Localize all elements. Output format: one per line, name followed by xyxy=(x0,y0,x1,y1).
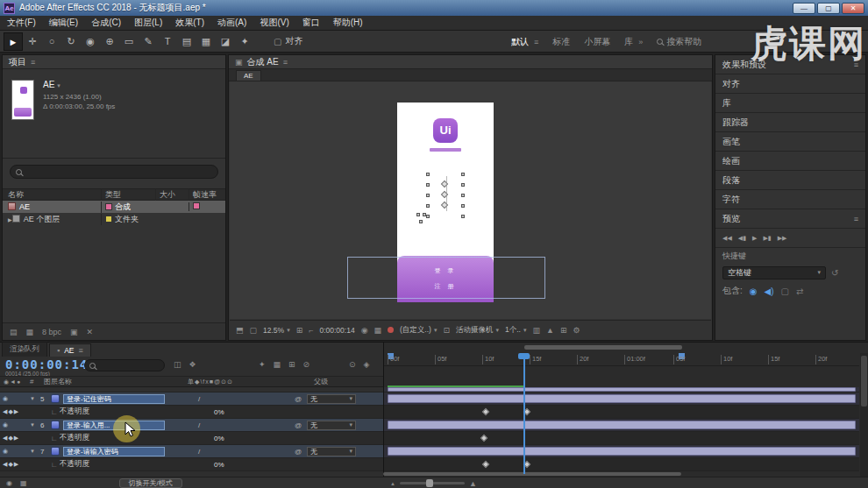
opacity-value[interactable]: 0% xyxy=(214,435,224,442)
column-framerate[interactable]: 帧速率 xyxy=(189,189,225,201)
last-frame-icon[interactable]: ▶▶ xyxy=(778,235,787,242)
layer-duration-bar[interactable] xyxy=(388,394,856,403)
pan-behind-tool-icon[interactable]: ⊕ xyxy=(100,32,119,51)
timeline-search-input[interactable] xyxy=(84,359,165,371)
layer-duration-bar[interactable] xyxy=(388,447,856,456)
transform-handle[interactable] xyxy=(426,215,430,218)
frame-blend-icon[interactable]: ✦ xyxy=(259,360,266,369)
help-search[interactable]: 搜索帮助 xyxy=(657,36,701,48)
keyframe-diamond[interactable] xyxy=(482,408,489,415)
opacity-value[interactable]: 0% xyxy=(214,408,224,416)
puppet-tool-icon[interactable]: ✦ xyxy=(235,32,254,51)
delete-icon[interactable]: ✕ xyxy=(87,328,94,336)
render-queue-tab[interactable]: 渲染队列 xyxy=(2,342,47,357)
close-button[interactable]: ✕ xyxy=(842,3,864,14)
composition-panel-tab[interactable]: ▣ 合成 AE ≡ xyxy=(229,55,712,69)
grid-options-icon[interactable]: ⊞ xyxy=(296,326,303,335)
zoom-out-icon[interactable]: ▲ xyxy=(390,481,395,486)
transform-handle[interactable] xyxy=(461,183,465,187)
horizontal-scroll-thumb[interactable] xyxy=(524,345,682,350)
menu-item-animation[interactable]: 动画(A) xyxy=(217,17,246,29)
workspace-tab-default[interactable]: 默认 xyxy=(511,36,529,48)
panel-tab-preview[interactable]: 预览 ≡ xyxy=(715,209,865,229)
next-frame-icon[interactable]: ▶▮ xyxy=(763,235,771,242)
playhead-line[interactable] xyxy=(523,353,525,474)
current-time-display[interactable]: 0:00:00:14 xyxy=(5,357,88,371)
magnification-icon[interactable]: ▢ xyxy=(250,326,258,335)
transform-handle[interactable] xyxy=(419,220,423,223)
timeline-comp-tab[interactable]: ▪ AE ≡ xyxy=(49,343,91,357)
property-row-opacity[interactable]: ◀◆▶ ∟ 不透明度 0% xyxy=(0,458,383,471)
overlays-include-icon[interactable]: ▢ xyxy=(781,286,789,296)
column-name[interactable]: 名称 xyxy=(3,189,101,201)
workspace-menu-icon[interactable]: ≡ xyxy=(534,38,538,46)
more-workspaces-icon[interactable]: » xyxy=(638,38,643,46)
panel-menu-icon[interactable]: ≡ xyxy=(854,215,858,223)
parent-dropdown[interactable]: 无▾ xyxy=(307,447,356,456)
expand-layers-icon[interactable]: ◉ xyxy=(6,479,12,487)
panel-tab-libraries[interactable]: 库 xyxy=(715,94,865,113)
workspace-tab-standard[interactable]: 标准 xyxy=(552,36,570,48)
timeline-button-icon[interactable]: ⊞ xyxy=(560,326,567,335)
flowchart-icon[interactable]: ⚙ xyxy=(573,326,580,335)
panel-tab-brushes[interactable]: 画笔 xyxy=(715,132,865,152)
shortcut-dropdown[interactable]: 空格键 ▾ xyxy=(722,266,826,279)
pickwhip-icon[interactable]: @ xyxy=(295,421,302,429)
layer-name-field[interactable]: 登录-请输入密码 xyxy=(63,447,165,456)
keyframe-diamond[interactable] xyxy=(482,461,489,468)
project-bit-depth[interactable]: 8 bpc xyxy=(42,328,61,336)
shy-layers-icon[interactable]: ▦ xyxy=(20,479,27,487)
fast-previews-icon[interactable]: ▲ xyxy=(546,326,554,335)
menu-item-layer[interactable]: 图层(L) xyxy=(134,17,162,29)
transform-handle[interactable] xyxy=(426,204,430,208)
app-logo-layer[interactable]: Ui xyxy=(433,118,458,143)
comp-current-time[interactable]: 0:00:00:14 xyxy=(319,326,354,335)
first-frame-icon[interactable]: ◀◀ xyxy=(722,235,732,242)
project-search-input[interactable] xyxy=(10,165,218,179)
quality-switch-icon[interactable]: / xyxy=(198,395,200,403)
shy-icon[interactable]: ❖ xyxy=(189,360,196,369)
panel-menu-icon[interactable]: ≡ xyxy=(283,58,288,67)
menu-item-file[interactable]: 文件(F) xyxy=(7,17,36,29)
brush-tool-icon[interactable]: ▤ xyxy=(177,32,196,51)
transform-handle[interactable] xyxy=(461,204,465,208)
pixel-aspect-icon[interactable]: ▥ xyxy=(532,326,540,335)
layer-row-5[interactable]: ◉ ▼ 5 登录-记住密码 / @ 无▾ xyxy=(0,393,383,406)
zoom-in-icon[interactable]: ▲ xyxy=(469,479,477,488)
eye-icon[interactable]: ◉ xyxy=(3,448,8,455)
graph-editor-icon[interactable]: ⊞ xyxy=(288,360,295,369)
transform-handle[interactable] xyxy=(423,213,426,216)
always-preview-icon[interactable]: ⬒ xyxy=(236,326,244,335)
resolution-dropdown[interactable]: (自定义..)▾ xyxy=(400,325,437,336)
column-type[interactable]: 类型 xyxy=(101,189,155,201)
menu-item-effect[interactable]: 效果(T) xyxy=(175,17,204,29)
layer-row-6[interactable]: ◉ ▼ 6 登录-输入用... / @ 无▾ xyxy=(0,419,383,432)
transform-handle[interactable] xyxy=(426,183,430,187)
zoom-slider-thumb[interactable] xyxy=(426,479,433,487)
column-size[interactable]: 大小 xyxy=(155,189,189,201)
property-row-opacity[interactable]: ◀◆▶ ∟ 不透明度 0% xyxy=(0,406,383,419)
previous-frame-icon[interactable]: ◀▮ xyxy=(738,235,746,242)
panel-tab-paragraph[interactable]: 段落 xyxy=(715,171,865,190)
shape-tool-icon[interactable]: ▭ xyxy=(119,32,139,51)
maximize-button[interactable]: ▢ xyxy=(817,3,840,14)
view-layout-dropdown[interactable]: 1个..▾ xyxy=(505,325,526,336)
panel-menu-icon[interactable]: ≡ xyxy=(854,60,858,69)
hand-tool-icon[interactable]: ✛ xyxy=(23,32,42,51)
transform-handle[interactable] xyxy=(416,213,420,216)
video-include-icon[interactable]: ◉ xyxy=(750,286,758,296)
parent-dropdown[interactable]: 无▾ xyxy=(307,394,356,404)
menu-item-window[interactable]: 窗口 xyxy=(302,17,320,29)
mini-flowchart-icon[interactable]: ◫ xyxy=(174,360,181,369)
expand-icon[interactable]: ▼ xyxy=(30,396,40,401)
keyframe-diamond[interactable] xyxy=(480,435,487,442)
snapshot-icon[interactable]: ◉ xyxy=(361,326,368,335)
clone-stamp-tool-icon[interactable]: ▦ xyxy=(196,32,216,51)
type-tool-icon[interactable]: T xyxy=(158,32,177,51)
menu-item-help[interactable]: 帮助(H) xyxy=(333,17,363,29)
channel-icon[interactable] xyxy=(388,327,394,333)
rotation-tool-icon[interactable]: ↻ xyxy=(61,32,81,51)
interpret-footage-icon[interactable]: ▤ xyxy=(10,328,18,336)
play-icon[interactable]: ▶ xyxy=(752,235,757,242)
transform-handle[interactable] xyxy=(461,215,465,218)
